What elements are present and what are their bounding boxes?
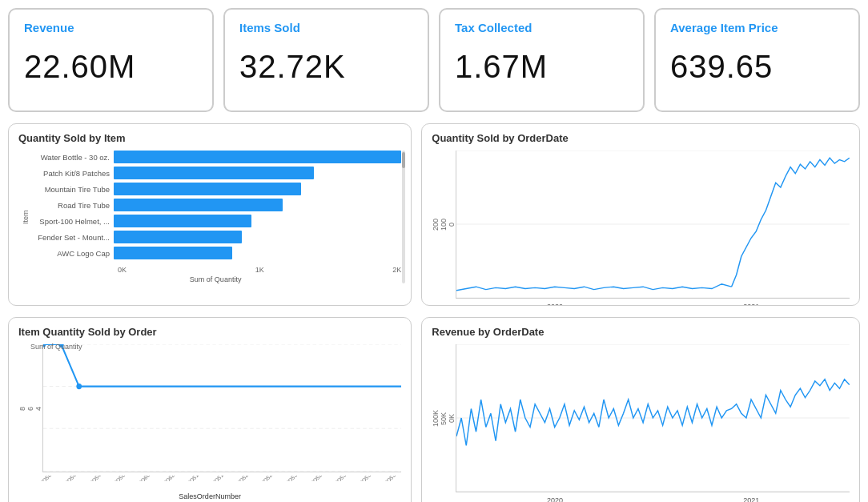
chart4-x-ticks: 2020 2021: [456, 496, 850, 502]
bar-inner: [114, 199, 283, 211]
kpi-value-revenue: 22.60M: [24, 49, 135, 85]
bar-inner: [114, 183, 301, 195]
bar-label: Fender Set - Mount...: [30, 233, 114, 242]
kpi-card-tax-collected: Tax Collected 1.67M: [439, 8, 645, 112]
charts-row-2: Item Quantity Sold by Order 8 6 4 Sum of…: [8, 317, 860, 502]
kpi-title-revenue: Revenue: [24, 21, 74, 34]
bar-row: Water Bottle - 30 oz.: [30, 151, 401, 163]
chart2-title: Quantity Sold by OrderDate: [432, 132, 850, 144]
bar-label: Patch Kit/8 Patches: [30, 169, 114, 178]
kpi-title-tax-collected: Tax Collected: [455, 21, 532, 34]
bar-chart: Water Bottle - 30 oz. Patch Kit/8 Patche…: [30, 151, 401, 263]
bar-row: Mountain Tire Tube: [30, 183, 401, 195]
bar-inner: [114, 215, 251, 227]
bar-inner: [114, 167, 314, 179]
charts-row-1: Quantity Sold by Item Item Water Bottle …: [8, 123, 860, 306]
chart3-title: Item Quantity Sold by Order: [18, 326, 401, 338]
bar-outer: [114, 199, 401, 211]
chart3-x-label: SalesOrderNumber: [18, 492, 401, 500]
kpi-value-tax-collected: 1.67M: [455, 49, 548, 85]
bar-row: Sport-100 Helmet, ...: [30, 215, 401, 227]
bar-label: Mountain Tire Tube: [30, 185, 114, 194]
quantity-sold-by-orderdate-chart: Quantity Sold by OrderDate 200 100 0: [421, 123, 860, 306]
bar-row: Patch Kit/8 Patches: [30, 167, 401, 179]
svg-point-9: [76, 384, 82, 389]
bar-outer: [114, 215, 401, 227]
bar-outer: [114, 231, 401, 243]
chart4-y-axis: 100K 50K 0K: [432, 344, 456, 492]
bar-inner: [114, 247, 232, 259]
bar-label: Sport-100 Helmet, ...: [30, 217, 114, 226]
bar-row: Fender Set - Mount...: [30, 231, 401, 243]
bar-outer: [114, 247, 401, 259]
revenue-by-orderdate-chart: Revenue by OrderDate 100K 50K 0K 2020 20…: [421, 317, 860, 502]
bar-row: Road Tire Tube: [30, 199, 401, 211]
kpi-card-items-sold: Items Sold 32.72K: [223, 8, 429, 112]
chart3-svg: [43, 344, 401, 472]
axis-tick: 0K: [118, 266, 127, 274]
bar-inner: [114, 231, 242, 243]
quantity-sold-by-item-chart: Quantity Sold by Item Item Water Bottle …: [8, 123, 412, 306]
kpi-title-items-sold: Items Sold: [239, 21, 300, 34]
axis-tick: 1K: [255, 266, 264, 274]
chart4-svg: [456, 344, 850, 492]
axis-tick: 2K: [392, 266, 401, 274]
kpi-value-avg-item-price: 639.65: [670, 49, 773, 85]
chart3-x-ticks: SO58... SO54... SO54... SO58... SO60... …: [18, 476, 401, 481]
bar-outer: [114, 183, 401, 195]
kpi-card-avg-item-price: Average Item Price 639.65: [654, 8, 860, 112]
bar-inner: [114, 151, 401, 163]
kpi-title-avg-item-price: Average Item Price: [670, 21, 778, 34]
chart2-y-axis: 200 100 0: [432, 151, 456, 299]
chart3-y-axis: 8 6 4: [18, 344, 42, 472]
chart2-x-ticks: 2020 2021: [456, 303, 850, 306]
bar-outer: [114, 167, 401, 179]
bar-label: AWC Logo Cap: [30, 249, 114, 258]
kpi-row: Revenue 22.60M Items Sold 32.72K Tax Col…: [8, 8, 860, 112]
bar-label: Road Tire Tube: [30, 201, 114, 210]
bar-row: AWC Logo Cap: [30, 247, 401, 259]
chart4-title: Revenue by OrderDate: [432, 326, 850, 338]
kpi-card-revenue: Revenue 22.60M: [8, 8, 214, 112]
bar-axis: 0K1K2K: [30, 266, 401, 274]
chart1-title: Quantity Sold by Item: [18, 132, 401, 144]
chart1-x-label: Sum of Quantity: [30, 275, 401, 283]
item-quantity-by-order-chart: Item Quantity Sold by Order 8 6 4 Sum of…: [8, 317, 412, 502]
chart1-y-label: Item: [18, 151, 30, 283]
bar-outer: [114, 151, 401, 163]
kpi-value-items-sold: 32.72K: [239, 49, 346, 85]
chart2-svg: [456, 151, 850, 298]
bar-label: Water Bottle - 30 oz.: [30, 153, 114, 162]
scrollbar-thumb[interactable]: [402, 152, 405, 168]
